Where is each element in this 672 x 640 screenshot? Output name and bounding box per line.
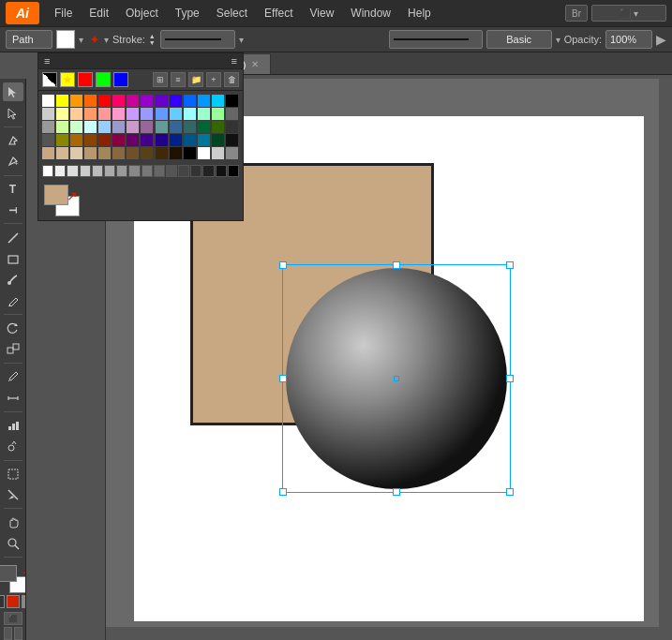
color-swatch-cell[interactable]: [156, 95, 168, 107]
color-swatch-cell[interactable]: [198, 147, 210, 159]
color-swatch-cell[interactable]: [56, 147, 68, 159]
swap-colors-arrow[interactable]: ↗: [67, 188, 78, 203]
gray-swatch-cell[interactable]: [42, 165, 53, 177]
color-swatch-cell[interactable]: [226, 134, 238, 146]
expand-arrow[interactable]: ▶: [656, 32, 666, 47]
color-swatch-cell[interactable]: [156, 147, 168, 159]
color-swatch-cell[interactable]: [42, 147, 54, 159]
color-panel-menu[interactable]: ≡: [231, 55, 237, 67]
hand-tool[interactable]: [3, 513, 23, 531]
zoom-tool[interactable]: [3, 534, 23, 553]
color-swatch-cell[interactable]: [141, 121, 153, 133]
color-swatch-cell[interactable]: [70, 147, 82, 159]
paintbrush-tool[interactable]: [3, 270, 23, 289]
color-swatch-cell[interactable]: [84, 95, 97, 107]
stroke-arrows[interactable]: ▲ ▼: [149, 32, 157, 47]
color-swatch-cell[interactable]: [198, 108, 210, 120]
gray-swatch-cell[interactable]: [116, 165, 127, 177]
stroke-dropdown-arrow[interactable]: ▾: [239, 35, 244, 45]
fill-type-arrow[interactable]: ▾: [104, 35, 109, 45]
gray-swatch-cell[interactable]: [216, 165, 227, 177]
scale-tool[interactable]: [3, 340, 23, 359]
color-swatch-cell[interactable]: [141, 147, 153, 159]
color-swatch-cell[interactable]: [198, 121, 210, 133]
handle-bottom-right[interactable]: [506, 488, 514, 496]
menu-effect[interactable]: Effect: [257, 5, 300, 22]
color-swatch-cell[interactable]: [184, 95, 196, 107]
fill-dropdown-arrow[interactable]: ▾: [79, 35, 83, 45]
graph-tool[interactable]: [3, 416, 23, 435]
color-swatch-cell[interactable]: [42, 95, 54, 107]
vertical-scrollbar[interactable]: [659, 79, 672, 640]
menu-edit[interactable]: Edit: [82, 5, 116, 22]
gray-swatch-cell[interactable]: [154, 165, 165, 177]
list-view-icon[interactable]: ≡: [171, 72, 186, 87]
handle-top-middle[interactable]: [393, 261, 400, 269]
color-swatch-cell[interactable]: [156, 108, 168, 120]
workspace-switcher[interactable]: ⬛ ▾: [591, 5, 666, 22]
color-swatch-cell[interactable]: [170, 134, 182, 146]
handle-top-left[interactable]: [279, 261, 287, 269]
color-swatch-cell[interactable]: [42, 134, 54, 146]
color-swatch-cell[interactable]: [127, 121, 139, 133]
gray-swatch-cell[interactable]: [166, 165, 177, 177]
color-swatch-cell[interactable]: [226, 95, 238, 107]
color-swatch-cell[interactable]: [42, 108, 54, 120]
color-swatch-cell[interactable]: [212, 121, 224, 133]
color-swatch-cell[interactable]: [198, 95, 210, 107]
selection-tool[interactable]: [3, 82, 23, 101]
color-swatch-cell[interactable]: [112, 108, 125, 120]
type-tool[interactable]: T: [3, 180, 23, 199]
gray-swatch-cell[interactable]: [80, 165, 91, 177]
folder-icon[interactable]: 📁: [188, 72, 203, 87]
color-swatch-cell[interactable]: [56, 121, 68, 133]
color-swatch-cell[interactable]: [170, 121, 182, 133]
stroke-weight-line[interactable]: [389, 30, 483, 49]
gray-swatch-cell[interactable]: [178, 165, 189, 177]
color-swatch-cell[interactable]: [212, 95, 224, 107]
screen-mode-2[interactable]: [14, 627, 22, 640]
color-swatch-cell[interactable]: [98, 147, 111, 159]
gray-swatch-cell[interactable]: [67, 165, 78, 177]
grid-view-icon[interactable]: ⊞: [153, 72, 168, 87]
menu-file[interactable]: File: [47, 5, 80, 22]
color-swatch-cell[interactable]: [84, 108, 97, 120]
color-swatch-cell[interactable]: [156, 121, 168, 133]
gray-swatch-cell[interactable]: [202, 165, 214, 177]
handle-bottom-middle[interactable]: [393, 488, 400, 496]
color-swatch-cell[interactable]: [98, 95, 111, 107]
gray-swatch-cell[interactable]: [54, 165, 66, 177]
color-swatch-cell[interactable]: [184, 134, 196, 146]
color-swatch-cell[interactable]: [56, 108, 68, 120]
color-swatch-cell[interactable]: [156, 134, 168, 146]
handle-bottom-left[interactable]: [279, 488, 287, 496]
br-button[interactable]: Br: [565, 5, 588, 22]
color-swatch-cell[interactable]: [184, 147, 196, 159]
tab-close-button[interactable]: ✕: [251, 59, 259, 69]
foreground-swatch[interactable]: [44, 185, 68, 205]
color-swatch-cell[interactable]: [112, 121, 125, 133]
gray-swatch-cell[interactable]: [190, 165, 202, 177]
symbol-sprayer-tool[interactable]: [3, 437, 23, 455]
color-swatch-cell[interactable]: [212, 147, 224, 159]
color-swatch-cell[interactable]: [112, 95, 125, 107]
color-swatch-cell[interactable]: [84, 147, 97, 159]
menu-object[interactable]: Object: [118, 5, 166, 22]
color-swatch-cell[interactable]: [70, 134, 82, 146]
gray-swatch-cell[interactable]: [104, 165, 115, 177]
color-swatch-cell[interactable]: [56, 134, 68, 146]
color-swatch-cell[interactable]: [141, 134, 153, 146]
spectrum-icon[interactable]: [42, 72, 57, 87]
handle-middle-left[interactable]: [279, 375, 287, 382]
color-swatch-cell[interactable]: [212, 108, 224, 120]
new-swatch-icon[interactable]: +: [206, 72, 221, 87]
opacity-input[interactable]: 100%: [605, 30, 652, 49]
menu-view[interactable]: View: [303, 5, 342, 22]
color-swatch-cell[interactable]: [141, 108, 153, 120]
color-swatch-cell[interactable]: [70, 108, 82, 120]
add-anchor-tool[interactable]: +: [3, 152, 23, 171]
color-swatch-cell[interactable]: [84, 121, 97, 133]
rectangle-tool[interactable]: [3, 249, 23, 268]
measure-tool[interactable]: [3, 388, 23, 407]
fill-color-swatch[interactable]: [56, 30, 75, 49]
